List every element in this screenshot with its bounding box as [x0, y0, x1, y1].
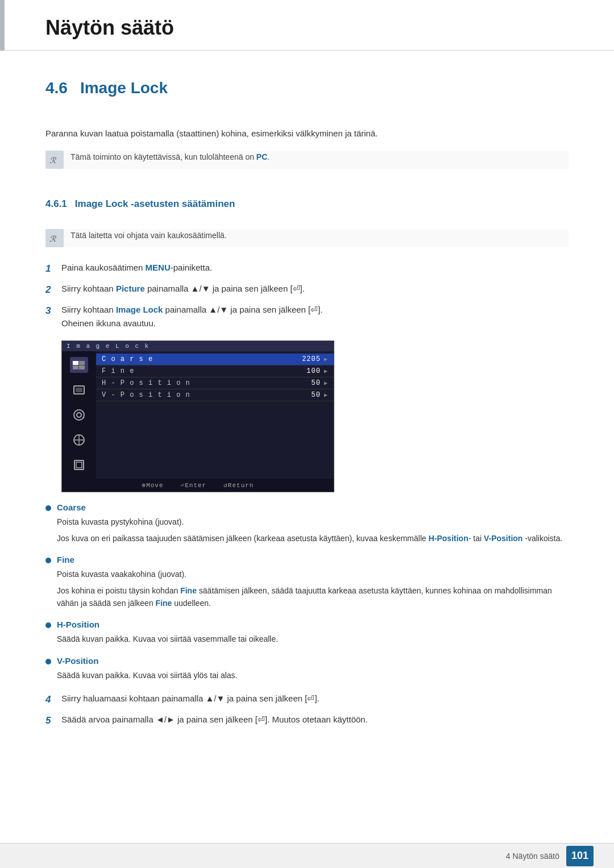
bullet-desc-fine-1: Poista kuvasta vaakakohina (juovat). — [57, 568, 569, 580]
svg-point-11 — [77, 413, 81, 417]
menu-row-fine: F i n e 100 ▶ — [96, 366, 334, 377]
menu-footer-enter: ⏎Enter — [181, 481, 207, 489]
svg-point-10 — [74, 410, 84, 420]
menu-row-coarse: C o a r s e 2205 ▶ — [96, 354, 334, 366]
menu-title-bar: I m a g e L o c k — [62, 341, 334, 351]
note-icon-1: ℛ — [45, 151, 64, 169]
menu-icon-4 — [70, 432, 88, 448]
svg-rect-9 — [76, 388, 82, 392]
steps-list-4-5: 4 Siirry haluamaasi kohtaan painamalla ▲… — [45, 692, 569, 728]
bullet-dot-coarse — [45, 505, 51, 511]
intro-paragraph: Paranna kuvan laatua poistamalla (staatt… — [45, 127, 569, 140]
bullet-desc-hposition: Säädä kuvan paikka. Kuvaa voi siirtää va… — [57, 633, 569, 645]
bullet-desc-vposition: Säädä kuvan paikka. Kuvaa voi siirtää yl… — [57, 669, 569, 682]
menu-empty-space — [96, 401, 334, 430]
footer-text: 4 Näytön säätö — [506, 852, 559, 861]
menu-footer: ⊕Move ⏎Enter ↺Return — [62, 479, 334, 492]
bullet-header-coarse: Coarse — [45, 502, 569, 512]
bullet-header-hposition: H-Position — [45, 620, 569, 629]
footer-page-number: 101 — [566, 846, 594, 866]
bullet-label-coarse: Coarse — [57, 502, 86, 512]
menu-body: C o a r s e 2205 ▶ F i n e 100 ▶ H - P o… — [62, 351, 334, 479]
menu-icon-5 — [70, 457, 88, 473]
menu-footer-return: ↺Return — [223, 481, 254, 489]
page-header: Näytön säätö — [0, 0, 614, 51]
bullet-item-vposition: V-Position Säädä kuvan paikka. Kuvaa voi… — [45, 656, 569, 682]
bullet-dot-vposition — [45, 659, 51, 665]
svg-rect-7 — [79, 366, 85, 369]
accent-bar — [0, 0, 5, 51]
menu-icon-3 — [70, 407, 88, 423]
note-text-1: Tämä toiminto on käytettävissä, kun tulo… — [70, 151, 269, 163]
menu-row-vposition: V - P o s i t i o n 50 ▶ — [96, 389, 334, 401]
menu-icon-active — [70, 357, 88, 373]
note-box-1: ℛ Tämä toiminto on käytettävissä, kun tu… — [45, 151, 569, 169]
step-2: 2 Siirry kohtaan Picture painamalla ▲/▼ … — [45, 282, 569, 297]
bullet-desc-fine-2: Jos kohina ei poistu täysin kohdan Fine … — [57, 584, 569, 610]
step-5: 5 Säädä arvoa painamalla ◄/► ja paina se… — [45, 713, 569, 728]
section-number: 4.6 — [45, 79, 68, 97]
svg-text:ℛ: ℛ — [49, 235, 56, 243]
svg-rect-5 — [79, 361, 85, 365]
subsection-number: 4.6.1 — [45, 198, 67, 210]
note-icon-2: ℛ — [45, 229, 64, 247]
note-box-2: ℛ Tätä laitetta voi ohjata vain kaukosää… — [45, 229, 569, 247]
bullet-desc-coarse-2: Jos kuva on eri paikassa taajuuden säätä… — [57, 532, 569, 545]
section-title: Image Lock — [80, 79, 168, 97]
bullet-item-hposition: H-Position Säädä kuvan paikka. Kuvaa voi… — [45, 620, 569, 645]
bullet-desc-coarse-1: Poista kuvasta pystykohina (juovat). — [57, 516, 569, 528]
menu-footer-move: ⊕Move — [142, 481, 164, 489]
svg-rect-4 — [73, 361, 78, 365]
svg-rect-16 — [76, 462, 82, 468]
bullet-header-vposition: V-Position — [45, 656, 569, 666]
note-text-2: Tätä laitetta voi ohjata vain kaukosääti… — [70, 229, 227, 242]
menu-row-hposition: H - P o s i t i o n 50 ▶ — [96, 377, 334, 389]
header-inner: Näytön säätö — [5, 0, 614, 51]
menu-icons — [62, 351, 96, 479]
step-1: 1 Paina kaukosäätimen MENU-painiketta. — [45, 261, 569, 276]
bullet-label-vposition: V-Position — [57, 656, 98, 666]
subsection-title: Image Lock -asetusten säätäminen — [75, 198, 235, 210]
page-title: Näytön säätö — [45, 16, 569, 40]
bullet-item-coarse: Coarse Poista kuvasta pystykohina (juova… — [45, 502, 569, 545]
bullet-item-fine: Fine Poista kuvasta vaakakohina (juovat)… — [45, 555, 569, 609]
menu-screenshot: I m a g e L o c k — [61, 340, 334, 492]
svg-text:ℛ: ℛ — [49, 156, 56, 165]
steps-list: 1 Paina kaukosäätimen MENU-painiketta. 2… — [45, 261, 569, 330]
bullet-label-hposition: H-Position — [57, 620, 99, 629]
step-3: 3 Siirry kohtaan Image Lock painamalla ▲… — [45, 303, 569, 330]
menu-icon-2 — [70, 382, 88, 398]
page-footer: 4 Näytön säätö 101 — [0, 843, 614, 868]
bullet-dot-fine — [45, 558, 51, 563]
bullet-dot-hposition — [45, 622, 51, 628]
step-4: 4 Siirry haluamaasi kohtaan painamalla ▲… — [45, 692, 569, 707]
menu-rows: C o a r s e 2205 ▶ F i n e 100 ▶ H - P o… — [96, 351, 334, 479]
svg-rect-6 — [73, 366, 78, 369]
bullet-header-fine: Fine — [45, 555, 569, 564]
content-area: 4.6 Image Lock Paranna kuvan laatua pois… — [0, 51, 614, 784]
bullet-label-fine: Fine — [57, 555, 74, 564]
bullet-list: Coarse Poista kuvasta pystykohina (juova… — [45, 502, 569, 682]
